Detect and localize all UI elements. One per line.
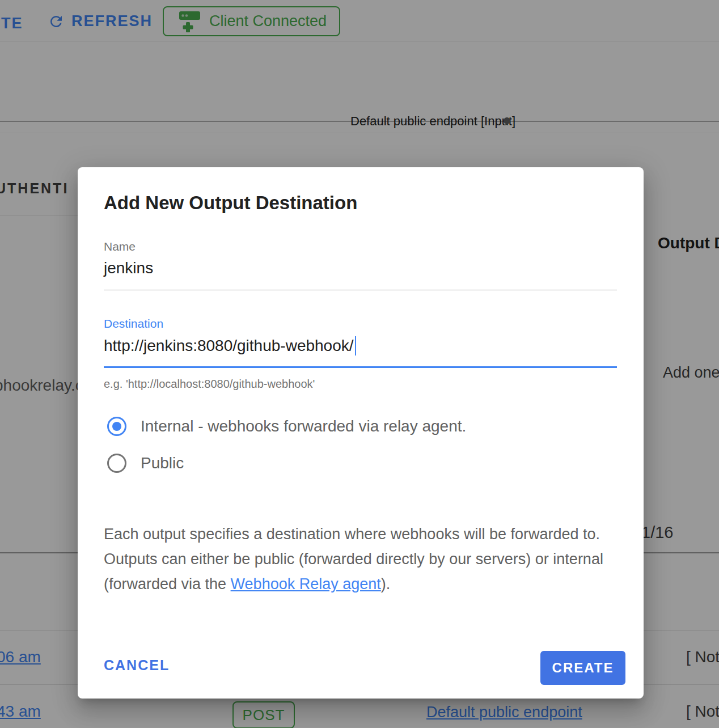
add-output-dialog: Add New Output Destination Name jenkins … — [78, 167, 644, 699]
destination-input[interactable]: http://jenkins:8080/github-webhook/ — [104, 336, 356, 355]
dialog-description: Each output specifies a destination wher… — [104, 522, 620, 596]
webhook-relay-agent-link[interactable]: Webhook Relay agent — [231, 575, 381, 592]
radio-public-label: Public — [141, 454, 184, 472]
destination-helper-text: e.g. 'http://localhost:8080/github-webho… — [104, 378, 315, 391]
radio-unselected-icon — [107, 454, 126, 473]
radio-internal[interactable]: Internal - webhooks forwarded via relay … — [107, 417, 466, 436]
name-input[interactable]: jenkins — [104, 259, 153, 277]
name-field-label: Name — [104, 240, 136, 253]
dialog-title: Add New Output Destination — [104, 192, 357, 214]
radio-internal-label: Internal - webhooks forwarded via relay … — [141, 417, 466, 435]
create-button[interactable]: CREATE — [540, 651, 625, 685]
radio-selected-icon — [107, 417, 126, 436]
name-input-underline — [104, 290, 617, 290]
cancel-button[interactable]: CANCEL — [104, 657, 170, 674]
text-cursor — [355, 336, 356, 355]
description-text: ). — [381, 575, 391, 592]
destination-input-value: http://jenkins:8080/github-webhook/ — [104, 337, 354, 355]
radio-public[interactable]: Public — [107, 454, 184, 473]
destination-field-label: Destination — [104, 317, 163, 331]
destination-input-underline — [104, 366, 617, 368]
